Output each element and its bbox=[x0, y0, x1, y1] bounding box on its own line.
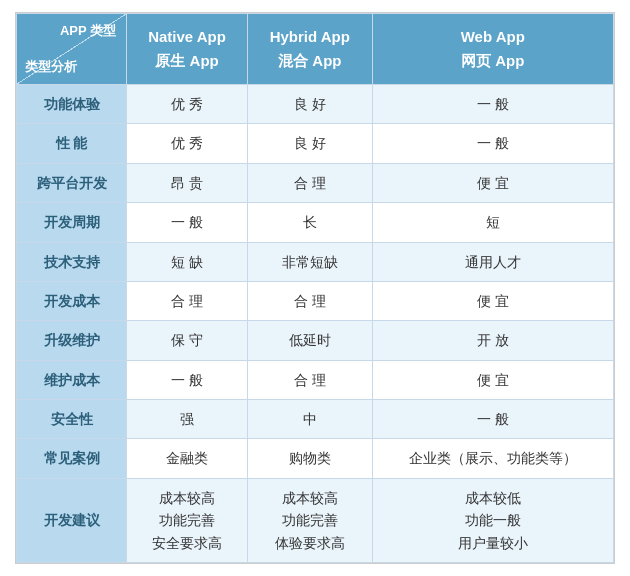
row-cell: 非常短缺 bbox=[248, 242, 372, 281]
table-row: 开发建议成本较高功能完善安全要求高成本较高功能完善体验要求高成本较低功能一般用户… bbox=[17, 478, 614, 562]
row-cell: 良 好 bbox=[248, 84, 372, 123]
row-cell: 通用人才 bbox=[372, 242, 613, 281]
header-native-line2: 原生 App bbox=[155, 52, 218, 69]
row-cell: 便 宜 bbox=[372, 360, 613, 399]
row-cell: 合 理 bbox=[248, 163, 372, 202]
row-cell: 开 放 bbox=[372, 321, 613, 360]
row-cell: 便 宜 bbox=[372, 163, 613, 202]
row-cell: 中 bbox=[248, 400, 372, 439]
row-cell: 短 bbox=[372, 203, 613, 242]
row-cell: 金融类 bbox=[127, 439, 248, 478]
row-cell: 昂 贵 bbox=[127, 163, 248, 202]
header-web-line2: 网页 App bbox=[461, 52, 524, 69]
comparison-table: APP 类型 类型分析 Native App 原生 App Hybrid App… bbox=[15, 12, 615, 564]
corner-top-label: APP 类型 bbox=[60, 22, 116, 40]
row-cell: 合 理 bbox=[127, 281, 248, 320]
table-row: 性 能优 秀良 好一 般 bbox=[17, 124, 614, 163]
row-label: 开发周期 bbox=[17, 203, 127, 242]
header-web: Web App 网页 App bbox=[372, 13, 613, 84]
row-cell: 购物类 bbox=[248, 439, 372, 478]
row-cell: 强 bbox=[127, 400, 248, 439]
row-cell: 保 守 bbox=[127, 321, 248, 360]
row-label: 技术支持 bbox=[17, 242, 127, 281]
table-row: 升级维护保 守低延时开 放 bbox=[17, 321, 614, 360]
row-cell: 便 宜 bbox=[372, 281, 613, 320]
row-cell: 低延时 bbox=[248, 321, 372, 360]
table-row: 维护成本一 般合 理便 宜 bbox=[17, 360, 614, 399]
row-cell: 企业类（展示、功能类等） bbox=[372, 439, 613, 478]
row-cell: 一 般 bbox=[372, 124, 613, 163]
row-label: 常见案例 bbox=[17, 439, 127, 478]
row-cell: 良 好 bbox=[248, 124, 372, 163]
row-label: 开发成本 bbox=[17, 281, 127, 320]
header-hybrid-line2: 混合 App bbox=[278, 52, 341, 69]
table-row: 功能体验优 秀良 好一 般 bbox=[17, 84, 614, 123]
row-label: 安全性 bbox=[17, 400, 127, 439]
header-hybrid-line1: Hybrid App bbox=[270, 28, 350, 45]
row-cell: 优 秀 bbox=[127, 84, 248, 123]
row-cell: 一 般 bbox=[372, 400, 613, 439]
table-row: 开发成本合 理合 理便 宜 bbox=[17, 281, 614, 320]
header-hybrid: Hybrid App 混合 App bbox=[248, 13, 372, 84]
row-cell: 一 般 bbox=[372, 84, 613, 123]
row-cell: 合 理 bbox=[248, 360, 372, 399]
row-label: 升级维护 bbox=[17, 321, 127, 360]
table-row: 技术支持短 缺非常短缺通用人才 bbox=[17, 242, 614, 281]
row-cell: 一 般 bbox=[127, 203, 248, 242]
row-cell: 成本较高功能完善体验要求高 bbox=[248, 478, 372, 562]
table-row: 开发周期一 般长短 bbox=[17, 203, 614, 242]
corner-header: APP 类型 类型分析 bbox=[17, 13, 127, 84]
row-cell: 短 缺 bbox=[127, 242, 248, 281]
row-cell: 一 般 bbox=[127, 360, 248, 399]
row-label: 维护成本 bbox=[17, 360, 127, 399]
table-row: 跨平台开发昂 贵合 理便 宜 bbox=[17, 163, 614, 202]
table-row: 安全性强中一 般 bbox=[17, 400, 614, 439]
row-cell: 长 bbox=[248, 203, 372, 242]
row-label: 跨平台开发 bbox=[17, 163, 127, 202]
row-cell: 成本较低功能一般用户量较小 bbox=[372, 478, 613, 562]
row-cell: 优 秀 bbox=[127, 124, 248, 163]
corner-bottom-label: 类型分析 bbox=[25, 58, 77, 76]
row-cell: 合 理 bbox=[248, 281, 372, 320]
row-label: 开发建议 bbox=[17, 478, 127, 562]
row-label: 性 能 bbox=[17, 124, 127, 163]
row-label: 功能体验 bbox=[17, 84, 127, 123]
header-native-line1: Native App bbox=[148, 28, 226, 45]
header-native: Native App 原生 App bbox=[127, 13, 248, 84]
table-row: 常见案例金融类购物类企业类（展示、功能类等） bbox=[17, 439, 614, 478]
header-web-line1: Web App bbox=[461, 28, 525, 45]
row-cell: 成本较高功能完善安全要求高 bbox=[127, 478, 248, 562]
